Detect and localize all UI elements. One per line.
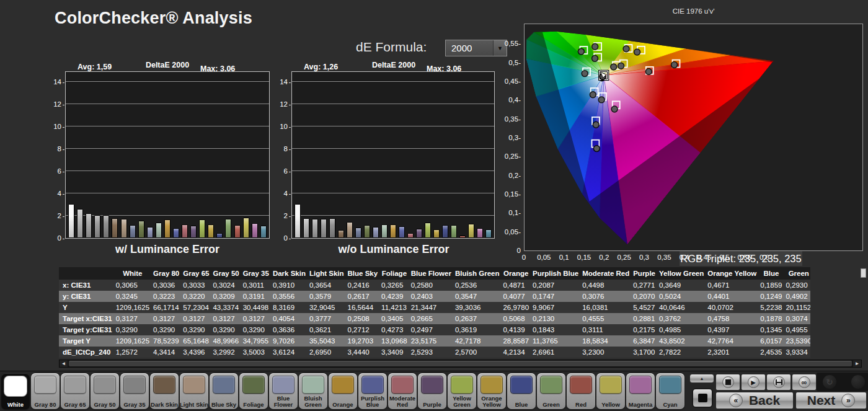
table-cell: 0,3127 [211, 313, 241, 324]
y-axis-tick [63, 194, 64, 195]
table-cell: 16,5644 [346, 302, 380, 313]
table-horizontal-scrollbar[interactable]: ◄ ► [59, 360, 862, 368]
table-row: y: CIE310,32450,32230,32200,32090,31910,… [59, 291, 810, 302]
bar-white [68, 204, 74, 238]
patch-label: Orange [332, 394, 353, 409]
patch-button-gray-65[interactable]: Gray 65 [61, 373, 89, 409]
table-cell: 40,0702 [706, 302, 758, 313]
table-vertical-scroll-hint[interactable] [861, 268, 866, 278]
patch-button-foliage[interactable]: Foliage [239, 373, 268, 409]
patch-swatch [272, 376, 294, 394]
measured-marker [618, 63, 624, 69]
row-label: Target Y [59, 335, 114, 347]
patch-button-cyan[interactable]: Cyan [656, 373, 684, 409]
table-cell: 2,5293 [409, 347, 453, 358]
patch-button-dark-skin[interactable]: Dark Skin [150, 373, 179, 409]
table-cell: 0,2416 [346, 280, 380, 291]
patch-button-yellow-green[interactable]: Yellow Green [448, 373, 476, 409]
table-cell: 30,4498 [241, 302, 271, 313]
next-button[interactable]: Next » [795, 392, 867, 409]
table-cell: 48,9966 [211, 335, 241, 347]
table-cell: 23,5175 [409, 335, 453, 347]
patch-button-red[interactable]: Red [567, 373, 595, 409]
patch-label: Orange Yellow [477, 394, 506, 409]
measured-marker [593, 122, 599, 128]
table-cell: 0,4397 [706, 324, 758, 335]
y-axis-tick [289, 82, 291, 83]
table-cell: 0,5024 [657, 291, 706, 302]
y-axis-tick [289, 216, 291, 217]
patch-button-orange[interactable]: Orange [329, 373, 357, 409]
chart2-plot-area [291, 71, 495, 239]
patch-button-bluish-green[interactable]: Bluish Green [299, 373, 327, 409]
play-button[interactable]: ▶ [741, 374, 766, 391]
patch-button-blue[interactable]: Blue [507, 373, 536, 409]
table-cell: 0,4401 [706, 291, 758, 302]
patch-label: Bluish Green [299, 394, 327, 409]
patch-button-green[interactable]: Green [537, 373, 565, 409]
column-header-blue-flower: Blue Flower [409, 267, 453, 280]
step-button[interactable] [766, 374, 791, 391]
patch-swatch [510, 376, 533, 394]
loop-button[interactable]: ∞ [792, 374, 817, 391]
loop-button-badge: ∞ [799, 376, 810, 388]
cie-y-tick-label: 0,55- [497, 40, 521, 47]
patch-button-purplish-blue[interactable]: Purplish Blue [358, 373, 387, 409]
table-cell: 0,4985 [657, 324, 706, 335]
table-cell: 0,4273 [379, 324, 409, 335]
chart1-plot-area [65, 71, 270, 239]
expander-up-button[interactable]: ▲ [689, 374, 714, 383]
table-cell: 0,3111 [580, 324, 631, 335]
patch-button-orange-yellow[interactable]: Orange Yellow [477, 373, 506, 409]
cie-title: CIE 1976 u'v' [524, 7, 863, 15]
patch-button-moderate-red[interactable]: Moderate Red [388, 373, 417, 409]
patch-swatch [34, 376, 56, 394]
patch-button-light-skin[interactable]: Light Skin [180, 373, 208, 409]
bar-magenta [477, 228, 483, 238]
table-cell: 42,7178 [453, 335, 502, 347]
table-cell: 6,3847 [631, 335, 657, 347]
patch-button-white[interactable]: White [1, 373, 30, 409]
scroll-right-icon[interactable]: ► [853, 360, 861, 367]
record-button-disabled [851, 375, 865, 389]
patch-button-blue-sky[interactable]: Blue Sky [210, 373, 238, 409]
patch-button-gray-50[interactable]: Gray 50 [91, 373, 119, 409]
cie-y-tick-label: 0,05- [497, 228, 521, 236]
column-header-white: White [114, 267, 151, 280]
table-cell: 0,4498 [580, 280, 631, 291]
stop-button[interactable] [715, 374, 740, 391]
cie-y-tick-label: 0,2- [497, 172, 521, 179]
patch-button-gray-80[interactable]: Gray 80 [31, 373, 60, 409]
row-label: dE_ICtCp_240 [59, 347, 114, 358]
back-button[interactable]: « Back [715, 392, 794, 409]
current-patch-stop-button[interactable] [692, 388, 713, 408]
scroll-left-icon[interactable]: ◄ [60, 360, 68, 367]
bar-blue-flower [147, 227, 153, 238]
table-cell: 0,1249 [758, 291, 784, 302]
table-cell: 0,4555 [580, 313, 631, 324]
scrollbar-thumb[interactable] [69, 361, 852, 366]
bar-moderate-red [182, 224, 188, 238]
patch-button-blue-flower[interactable]: Blue Flower [269, 373, 298, 409]
patch-button-purple[interactable]: Purple [418, 373, 446, 409]
patch-button-gray-35[interactable]: Gray 35 [120, 373, 149, 409]
table-cell: 0,2070 [631, 291, 657, 302]
app-window: ColorChecker® Analysis dE Formula: 2000 … [0, 0, 868, 411]
patch-button-magenta[interactable]: Magenta [626, 373, 655, 409]
cie-plot-area: RGB Triplet: 235, 235, 235 [524, 24, 863, 251]
bar-yellow [468, 224, 474, 238]
patch-label: Moderate Red [388, 394, 417, 409]
row-label: Target x:CIE31 [59, 313, 114, 324]
y-axis-tick-label: 8 [273, 145, 288, 152]
table-cell: 0,3654 [308, 280, 346, 291]
patch-label: Green [542, 394, 559, 409]
patch-button-yellow[interactable]: Yellow [596, 373, 625, 409]
table-cell: 23,5390 [784, 335, 810, 347]
table-cell: 0,2087 [531, 280, 580, 291]
table-cell: 0,3065 [114, 280, 151, 291]
loop-infinity-icon: ∞ [802, 378, 807, 387]
patch-label: Yellow Green [448, 394, 476, 409]
chart2-title: DeltaE 2000 [291, 61, 496, 69]
column-header-foliage: Foliage [379, 267, 409, 280]
bar-light-skin [121, 219, 127, 239]
